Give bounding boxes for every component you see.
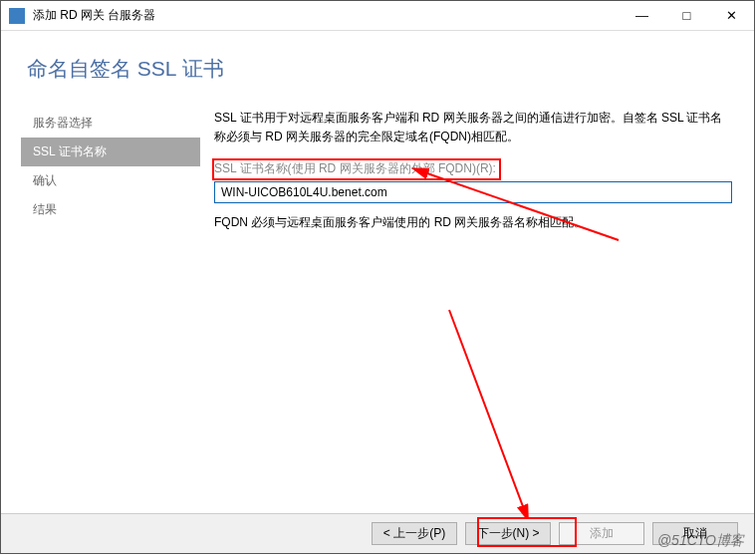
svg-line-1 [449,310,524,509]
watermark: @51CTO博客 [657,532,744,550]
next-button[interactable]: 下一步(N) > [465,522,551,545]
sidebar-item-label: 确认 [33,173,57,187]
sidebar-item-confirm[interactable]: 确认 [21,166,200,195]
minimize-button[interactable]: ― [620,1,664,30]
sidebar-item-label: 服务器选择 [33,116,93,130]
main-panel: SSL 证书用于对远程桌面服务客户端和 RD 网关服务器之间的通信进行加密。自签… [200,99,754,233]
dialog-window: 添加 RD 网关 台服务器 ― □ ✕ 命名自签名 SSL 证书 服务器选择 S… [0,0,755,554]
app-icon [9,8,25,24]
body: 服务器选择 SSL 证书名称 确认 结果 SSL 证书用于对远程桌面服务客户端和… [1,99,754,233]
footer-bar: < 上一步(P) 下一步(N) > 添加 取消 [1,513,754,553]
description-text: SSL 证书用于对远程桌面服务客户端和 RD 网关服务器之间的通信进行加密。自签… [214,109,732,146]
ssl-cert-name-input[interactable] [214,181,732,203]
sidebar-item-server-select[interactable]: 服务器选择 [21,109,200,138]
sidebar-item-label: 结果 [33,202,57,216]
close-button[interactable]: ✕ [709,1,754,30]
window-title: 添加 RD 网关 台服务器 [33,7,620,24]
sidebar-item-result[interactable]: 结果 [21,195,200,224]
previous-button[interactable]: < 上一步(P) [372,522,457,545]
add-button: 添加 [559,522,644,545]
maximize-button[interactable]: □ [664,1,709,30]
page-title: 命名自签名 SSL 证书 [1,31,754,99]
fqdn-note: FQDN 必须与远程桌面服务客户端使用的 RD 网关服务器名称相匹配。 [214,213,732,232]
annotation-arrow-to-next [429,300,589,519]
titlebar: 添加 RD 网关 台服务器 ― □ ✕ [1,1,754,31]
sidebar-item-ssl-cert-name[interactable]: SSL 证书名称 [21,138,200,166]
sidebar-item-label: SSL 证书名称 [33,144,107,158]
wizard-sidebar: 服务器选择 SSL 证书名称 确认 结果 [1,99,200,233]
ssl-cert-field-label: SSL 证书名称(使用 RD 网关服务器的外部 FQDN)(R): [214,160,732,177]
window-controls: ― □ ✕ [620,1,754,30]
